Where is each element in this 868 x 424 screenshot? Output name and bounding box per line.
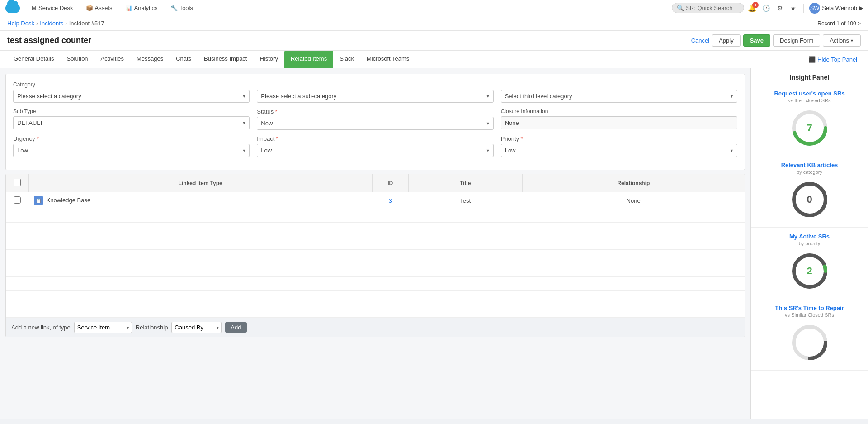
star-icon[interactable]: ★ (788, 4, 798, 13)
status-label: Status * (257, 108, 493, 115)
nav-assets-label: Assets (95, 5, 113, 11)
nav-tools[interactable]: 🔧 Tools (165, 3, 198, 13)
col-relationship: Relationship (522, 174, 745, 192)
breadcrumb-incidents[interactable]: Incidents (40, 20, 63, 27)
tab-messages[interactable]: Messages (130, 51, 170, 68)
analytics-icon: 📊 (125, 5, 132, 11)
design-form-button[interactable]: Design Form (773, 34, 820, 47)
user-chevron-icon: ▶ (859, 5, 863, 11)
tab-business-impact[interactable]: Business Impact (198, 51, 253, 68)
nav-assets[interactable]: 📦 Assets (80, 3, 118, 13)
left-content: Category Please select a category Please… (0, 68, 750, 419)
col-checkbox (6, 174, 28, 192)
third-level-select[interactable]: Select third level category (501, 90, 737, 103)
category-group: Category Please select a category (13, 81, 250, 103)
impact-group: Impact * Low (257, 135, 493, 157)
third-level-group: Select third level category (501, 81, 737, 103)
linked-items-table: Linked Item Type ID Title Relationship (6, 174, 745, 318)
settings-icon[interactable]: ⚙ (775, 4, 785, 13)
urgency-select-wrapper: Low (13, 144, 250, 157)
urgency-select[interactable]: Low (13, 144, 250, 157)
status-select-wrapper: New (257, 117, 493, 130)
notifications[interactable]: 🔔 1 (748, 4, 757, 12)
save-button[interactable]: Save (743, 34, 770, 47)
divider (803, 4, 804, 13)
row-checkbox[interactable] (14, 196, 21, 204)
nav-tools-label: Tools (179, 5, 193, 11)
record-info: Record 1 of 100 > (817, 20, 861, 27)
category-select[interactable]: Please select a category (13, 90, 250, 103)
nav-items: 🖥 Service Desk 📦 Assets 📊 Analytics 🔧 To… (25, 3, 672, 13)
breadcrumb-help-desk[interactable]: Help Desk (7, 20, 34, 27)
tab-general-details[interactable]: General Details (7, 51, 61, 68)
breadcrumb-sep-1: › (36, 20, 38, 27)
subcategory-select-wrapper: Please select a sub-category (257, 90, 493, 103)
insight-card-active-srs: My Active SRs by priority 2 (751, 228, 868, 299)
status-required: * (275, 108, 278, 115)
closure-input[interactable] (501, 116, 737, 129)
donut-3-container: 2 (758, 251, 861, 291)
user-initials: SW (810, 5, 820, 11)
row-id[interactable]: 3 (389, 197, 392, 204)
nav-analytics[interactable]: 📊 Analytics (120, 3, 163, 13)
relationship-label: Relationship (136, 324, 168, 331)
monitor-icon: 🖥 (31, 5, 37, 11)
tab-related-items[interactable]: Related Items (284, 51, 333, 68)
insight-card-2-title: Relevant KB articles (758, 162, 861, 168)
hide-panel-button[interactable]: ⬛ Hide Top Panel (805, 53, 861, 66)
tab-slack[interactable]: Slack (333, 51, 360, 68)
insight-card-1-title: Request user's open SRs (758, 90, 861, 97)
insight-panel-title: Insight Panel (751, 74, 868, 85)
clock-icon[interactable]: 🕐 (760, 4, 772, 13)
tab-activities[interactable]: Activities (94, 51, 130, 68)
donut-2-container: 0 (758, 179, 861, 220)
subcategory-group: Please select a sub-category (257, 81, 493, 103)
select-all-checkbox[interactable] (14, 179, 21, 186)
insight-card-4-title: This SR's Time to Repair (758, 305, 861, 311)
subcategory-label (257, 81, 493, 88)
subcategory-select[interactable]: Please select a sub-category (257, 90, 493, 103)
cancel-button[interactable]: Cancel (691, 37, 709, 44)
nav-service-desk[interactable]: 🖥 Service Desk (25, 3, 79, 13)
quick-search[interactable]: 🔍 SR: Quick Search (672, 3, 744, 13)
urgency-group: Urgency * Low (13, 135, 250, 157)
insight-card-2-sub: by category (758, 169, 861, 175)
insight-card-time-to-repair: This SR's Time to Repair vs Similar Clos… (751, 299, 868, 371)
tabs-bar: General Details Solution Activities Mess… (0, 51, 868, 68)
subtype-select[interactable]: DEFAULT (13, 116, 250, 129)
priority-label: Priority * (501, 135, 737, 142)
top-navigation: 🖥 Service Desk 📦 Assets 📊 Analytics 🔧 To… (0, 0, 868, 16)
hide-panel-label: Hide Top Panel (817, 56, 857, 63)
insight-card-3-sub: by priority (758, 241, 861, 246)
category-label: Category (13, 81, 250, 88)
actions-chevron-icon: ▼ (850, 38, 854, 43)
add-button[interactable]: Add (225, 322, 246, 333)
user-menu[interactable]: SW Sela Weinrob ▶ (809, 3, 863, 14)
logo[interactable] (5, 0, 21, 16)
assets-icon: 📦 (86, 5, 93, 11)
tabs-more-icon[interactable]: | (415, 52, 424, 67)
donut-4-svg (789, 322, 830, 363)
impact-select[interactable]: Low (257, 144, 493, 157)
donut-1-container: 7 (758, 108, 861, 148)
apply-button[interactable]: Apply (712, 34, 741, 47)
kb-icon: 📋 (34, 196, 43, 205)
tab-solution[interactable]: Solution (61, 51, 94, 68)
tab-microsoft-teams[interactable]: Microsoft Teams (360, 51, 415, 68)
link-type-wrapper: Service Item Knowledge Base Incident Pro… (74, 322, 132, 333)
link-type-select[interactable]: Service Item Knowledge Base Incident Pro… (74, 322, 132, 333)
third-level-select-wrapper: Select third level category (501, 90, 737, 103)
actions-button[interactable]: Actions ▼ (823, 34, 861, 47)
insight-card-1-sub: vs their closed SRs (758, 98, 861, 103)
subtype-label: Sub Type (13, 108, 250, 114)
tab-chats[interactable]: Chats (170, 51, 198, 68)
status-select[interactable]: New (257, 117, 493, 130)
donut-2: 0 (789, 179, 830, 220)
relationship-select[interactable]: Caused By Related To Duplicated By Fixed… (171, 322, 222, 333)
nav-analytics-label: Analytics (134, 5, 158, 11)
cloud-icon (5, 3, 20, 13)
priority-select[interactable]: Low (501, 144, 737, 157)
row-type-cell: 📋 Knowledge Base (28, 192, 372, 209)
insight-panel: Insight Panel Request user's open SRs vs… (750, 68, 868, 419)
tab-history[interactable]: History (253, 51, 284, 68)
